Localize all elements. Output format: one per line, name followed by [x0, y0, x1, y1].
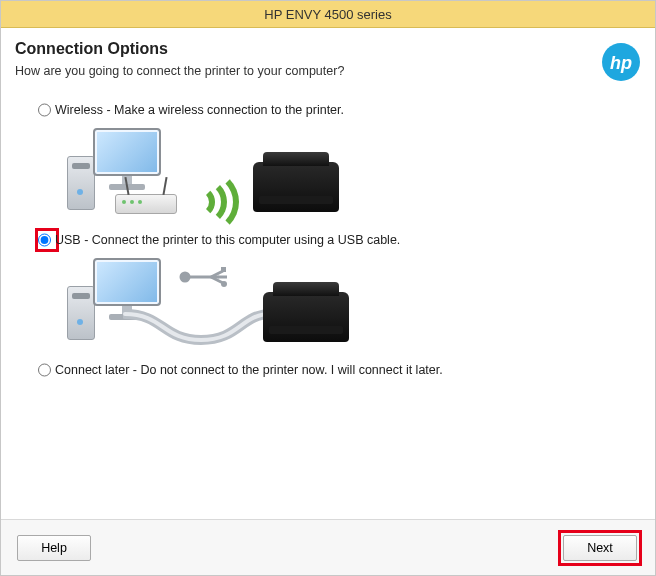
- hp-logo: hp: [601, 42, 641, 85]
- installer-window: HP ENVY 4500 series Connection Options H…: [0, 0, 656, 576]
- illustration-wireless: [67, 122, 347, 222]
- option-later-label: Connect later - Do not connect to the pr…: [55, 363, 443, 377]
- header-text-block: Connection Options How are you going to …: [15, 40, 344, 102]
- option-wireless-label: Wireless - Make a wireless connection to…: [55, 103, 344, 117]
- radio-usb[interactable]: [38, 233, 51, 247]
- radio-wireless[interactable]: [38, 103, 51, 117]
- title-bar: HP ENVY 4500 series: [1, 1, 655, 28]
- printer-icon: [253, 162, 339, 212]
- usb-cable-icon: [123, 308, 273, 348]
- svg-point-2: [181, 273, 189, 281]
- radio-wrap: [39, 102, 55, 118]
- options-group: Wireless - Make a wireless connection to…: [15, 102, 641, 386]
- radio-connect-later[interactable]: [38, 363, 51, 377]
- footer-bar: Help Next: [1, 519, 655, 575]
- content-area: Connection Options How are you going to …: [1, 28, 655, 519]
- svg-rect-3: [221, 267, 226, 272]
- page-subheading: How are you going to connect the printer…: [15, 64, 344, 78]
- next-button-highlight: Next: [561, 533, 639, 563]
- hp-logo-icon: hp: [601, 42, 641, 82]
- pc-tower-icon: [67, 156, 95, 210]
- svg-text:hp: hp: [610, 53, 632, 73]
- radio-wrap: [39, 362, 55, 378]
- option-usb-row[interactable]: USB - Connect the printer to this comput…: [39, 232, 641, 248]
- wifi-signal-icon: [183, 172, 243, 232]
- option-usb-label: USB - Connect the printer to this comput…: [55, 233, 400, 247]
- page-heading: Connection Options: [15, 40, 344, 58]
- next-button[interactable]: Next: [563, 535, 637, 561]
- illustration-usb: [67, 252, 347, 352]
- option-wireless-row[interactable]: Wireless - Make a wireless connection to…: [39, 102, 641, 118]
- option-connect-later: Connect later - Do not connect to the pr…: [39, 362, 641, 378]
- option-later-row[interactable]: Connect later - Do not connect to the pr…: [39, 362, 641, 378]
- window-title: HP ENVY 4500 series: [264, 7, 391, 22]
- pc-tower-icon: [67, 286, 95, 340]
- option-usb: USB - Connect the printer to this comput…: [39, 232, 641, 352]
- usb-symbol-icon: [179, 262, 227, 292]
- radio-wrap-highlighted: [39, 232, 55, 248]
- header-row: Connection Options How are you going to …: [15, 40, 641, 102]
- option-wireless: Wireless - Make a wireless connection to…: [39, 102, 641, 222]
- printer-icon: [263, 292, 349, 342]
- router-icon: [115, 194, 177, 214]
- svg-point-4: [221, 281, 227, 287]
- help-button[interactable]: Help: [17, 535, 91, 561]
